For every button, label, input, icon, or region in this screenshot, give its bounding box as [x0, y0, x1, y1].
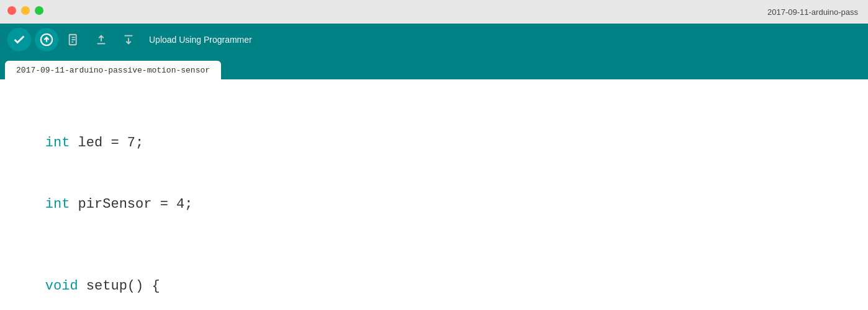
- minimize-button[interactable]: [21, 6, 30, 15]
- open-button[interactable]: [89, 28, 113, 51]
- code-line-3: int pirSensor = 4;: [12, 174, 856, 235]
- window-controls: [7, 6, 43, 15]
- upload-icon: [40, 33, 53, 46]
- code-text-2: pirSensor = 4;: [70, 197, 192, 212]
- close-button[interactable]: [7, 6, 16, 15]
- maximize-button[interactable]: [35, 6, 43, 15]
- tab-main-sketch[interactable]: 2017-09-11-arduino-passive-motion-sensor: [5, 61, 221, 79]
- verify-icon: [12, 33, 26, 46]
- code-editor[interactable]: int led = 7; int pirSensor = 4; void set…: [0, 79, 868, 310]
- keyword-int-1: int: [45, 135, 70, 151]
- upload-button[interactable]: [35, 28, 58, 51]
- code-line-5: void setup() {: [12, 255, 856, 310]
- code-text-1: led = 7;: [70, 135, 143, 151]
- new-sketch-icon: [67, 33, 81, 46]
- keyword-void: void: [45, 278, 78, 294]
- tab-label: 2017-09-11-arduino-passive-motion-sensor: [16, 66, 210, 75]
- new-sketch-button[interactable]: [62, 28, 86, 51]
- title-bar: 2017-09-11-arduino-pass: [0, 0, 868, 24]
- code-text-3: setup() {: [78, 278, 160, 294]
- code-line-1: [12, 92, 856, 112]
- verify-button[interactable]: [7, 28, 31, 51]
- code-line-2: int led = 7;: [12, 112, 856, 174]
- save-icon: [122, 33, 135, 46]
- window-title: 2017-09-11-arduino-pass: [767, 7, 858, 17]
- toolbar: Upload Using Programmer: [0, 24, 868, 56]
- toolbar-status: Upload Using Programmer: [149, 35, 252, 45]
- open-icon: [94, 33, 108, 46]
- keyword-int-2: int: [45, 197, 70, 212]
- save-button[interactable]: [117, 28, 140, 51]
- code-line-4: [12, 235, 856, 255]
- tab-bar: 2017-09-11-arduino-passive-motion-sensor: [0, 56, 868, 79]
